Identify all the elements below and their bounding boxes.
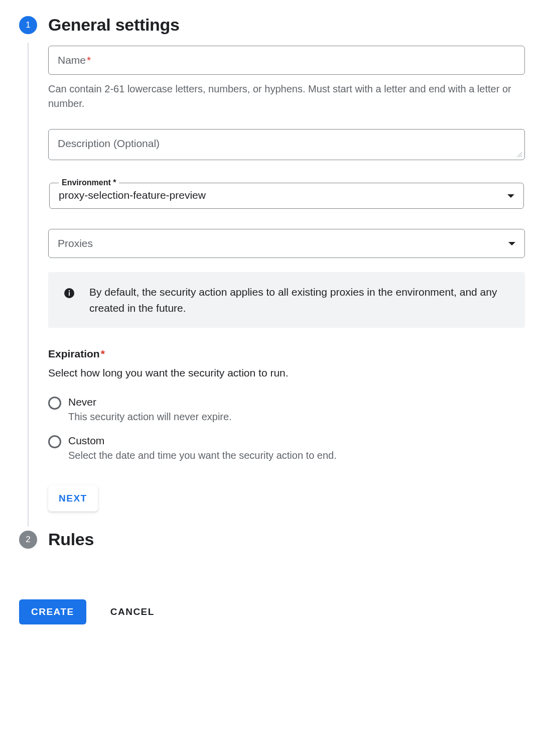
environment-select[interactable]: Environment * proxy-selection-feature-pr…	[49, 178, 524, 209]
next-button[interactable]: NEXT	[48, 485, 98, 512]
radio-custom[interactable]: Custom Select the date and time you want…	[48, 435, 525, 461]
radio-never[interactable]: Never This security action will never ex…	[48, 396, 525, 423]
radio-never-label: Never	[68, 396, 232, 408]
svg-rect-1	[69, 292, 70, 296]
name-input-placeholder: Name*	[58, 54, 91, 66]
dropdown-arrow-icon	[508, 242, 515, 245]
name-input[interactable]: Name*	[48, 46, 525, 75]
info-text: By default, the security action applies …	[89, 284, 511, 316]
create-button[interactable]: CREATE	[19, 599, 86, 624]
radio-custom-label: Custom	[68, 435, 337, 447]
name-helper-text: Can contain 2-61 lowercase letters, numb…	[48, 82, 525, 111]
step-2-badge: 2	[19, 531, 37, 549]
footer-actions: CREATE CANCEL	[19, 599, 525, 624]
step-1-number: 1	[26, 20, 30, 30]
proxies-select[interactable]: Proxies	[48, 229, 525, 258]
dropdown-arrow-icon	[507, 194, 514, 198]
radio-custom-desc: Select the date and time you want the se…	[68, 450, 337, 461]
svg-rect-2	[69, 290, 70, 292]
proxies-placeholder: Proxies	[58, 237, 93, 249]
radio-circle-icon	[48, 397, 61, 410]
step-1-badge: 1	[19, 16, 37, 34]
radio-never-desc: This security action will never expire.	[68, 411, 232, 423]
radio-circle-icon	[48, 435, 61, 448]
step-2-title: Rules	[48, 530, 94, 549]
cancel-button[interactable]: CANCEL	[107, 606, 158, 618]
info-icon	[63, 287, 75, 299]
expiration-label: Expiration*	[48, 348, 525, 360]
step-2-header[interactable]: 2 Rules	[19, 530, 525, 549]
resize-handle-icon[interactable]	[516, 152, 522, 158]
environment-value: proxy-selection-feature-preview	[59, 189, 206, 201]
expiration-desc: Select how long you want the security ac…	[48, 367, 525, 379]
step-2-number: 2	[26, 535, 30, 545]
description-textarea[interactable]: Description (Optional)	[48, 129, 525, 160]
environment-legend: Environment *	[59, 178, 119, 187]
step-1-content: Name* Can contain 2-61 lowercase letters…	[28, 43, 525, 527]
step-1-title: General settings	[48, 15, 180, 35]
info-box: By default, the security action applies …	[48, 272, 525, 328]
description-placeholder: Description (Optional)	[58, 138, 160, 149]
step-1-header: 1 General settings	[19, 15, 525, 35]
